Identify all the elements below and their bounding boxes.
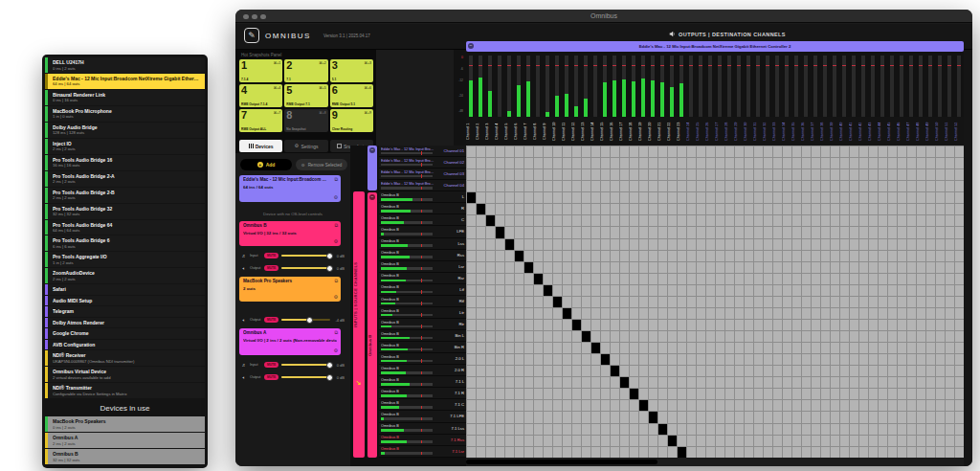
matrix-cell[interactable] [582,377,591,389]
matrix-cell[interactable] [658,389,668,400]
matrix-cell[interactable] [869,447,879,458]
matrix-cell[interactable] [859,331,869,343]
matrix-cell[interactable] [716,227,725,238]
matrix-cell[interactable] [563,251,572,262]
matrix-cell[interactable] [812,274,821,285]
matrix-cell[interactable] [496,181,505,192]
matrix-cell[interactable] [792,412,802,423]
matrix-cell[interactable] [802,181,812,192]
matrix-cell[interactable] [792,366,802,377]
matrix-cell[interactable] [658,354,668,366]
matrix-cell[interactable] [668,320,678,331]
matrix-cell[interactable] [926,308,936,320]
matrix-cell[interactable] [524,331,534,343]
matrix-cell[interactable] [840,158,850,169]
matrix-cell[interactable] [486,366,496,377]
snapshot-button-4[interactable]: 4⌘+4RME Output 7.1.4 [239,84,282,107]
matrix-cell[interactable] [668,366,678,377]
matrix-cell[interactable] [936,331,946,343]
matrix-cell[interactable] [620,366,630,377]
matrix-cell[interactable] [697,274,706,285]
matrix-cell[interactable] [553,146,563,158]
matrix-cell[interactable] [936,169,946,181]
matrix-cell[interactable] [678,204,687,215]
matrix-cell[interactable] [601,331,611,343]
matrix-cell[interactable] [869,331,879,343]
matrix-cell[interactable] [630,308,639,320]
matrix-cell[interactable] [821,297,831,308]
matrix-cell[interactable] [515,204,524,215]
matrix-cell[interactable] [697,285,706,297]
matrix-cell[interactable] [926,204,936,215]
matrix-cell[interactable] [879,343,888,354]
matrix-cell[interactable] [812,354,821,366]
matrix-cell[interactable] [553,412,563,423]
matrix-cell[interactable] [496,274,505,285]
matrix-cell[interactable] [706,320,716,331]
matrix-cell[interactable] [611,158,620,169]
matrix-cell[interactable] [591,285,601,297]
matrix-cell[interactable] [773,308,783,320]
matrix-cell[interactable] [630,354,639,366]
matrix-cell[interactable] [467,239,477,251]
matrix-cell[interactable] [850,447,859,458]
matrix-cell[interactable] [649,227,658,238]
matrix-cell[interactable] [888,262,898,274]
device-card-omnibus-b[interactable]: Omnibus B Virtual I/O | 32 ins / 32 outs… [239,221,341,246]
matrix-cell[interactable] [620,204,630,215]
matrix-cell[interactable] [467,297,477,308]
matrix-cell[interactable] [917,204,926,215]
snapshot-button-7[interactable]: 7⌘+7RME Output ALL [239,109,282,132]
matrix-cell[interactable] [850,169,859,181]
matrix-cell[interactable] [859,285,869,297]
matrix-cell[interactable] [486,389,496,400]
matrix-cell[interactable] [601,297,611,308]
matrix-cell[interactable] [668,389,678,400]
matrix-cell[interactable] [601,308,611,320]
matrix-cell[interactable] [611,274,620,285]
matrix-cell[interactable] [467,274,477,285]
matrix-cell[interactable] [477,274,486,285]
matrix-cell[interactable] [879,227,888,238]
matrix-cell[interactable] [898,192,907,204]
matrix-cell[interactable] [534,192,544,204]
matrix-cell[interactable] [831,285,840,297]
matrix-cell[interactable] [955,262,964,274]
matrix-cell[interactable] [764,447,773,458]
matrix-cell[interactable] [553,192,563,204]
matrix-cell[interactable] [486,320,496,331]
matrix-cell[interactable] [486,251,496,262]
matrix-cell[interactable] [467,377,477,389]
matrix-cell[interactable] [591,181,601,192]
matrix-cell[interactable] [697,227,706,238]
matrix-cell[interactable] [917,377,926,389]
matrix-cell[interactable] [572,308,582,320]
matrix-cell[interactable] [716,204,725,215]
matrix-cell[interactable] [955,297,964,308]
matrix-cell[interactable] [591,169,601,181]
matrix-cell[interactable] [668,262,678,274]
matrix-cell[interactable] [812,227,821,238]
matrix-cell[interactable] [620,343,630,354]
tab-devices[interactable]: Devices [239,140,282,152]
matrix-cell[interactable] [563,320,572,331]
matrix-cell[interactable] [725,215,735,227]
matrix-cell[interactable] [745,412,754,423]
matrix-cell[interactable] [888,343,898,354]
matrix-cell[interactable] [850,297,859,308]
matrix-cell[interactable] [946,354,955,366]
matrix-cell[interactable] [725,354,735,366]
matrix-cell[interactable] [639,308,649,320]
matrix-cell[interactable] [505,412,515,423]
matrix-cell[interactable] [563,158,572,169]
device-list-item[interactable]: Google Chrome [45,328,205,339]
matrix-cell[interactable] [582,192,591,204]
collapse-group-icon[interactable]: − [369,194,375,200]
matrix-cell[interactable] [563,239,572,251]
matrix-cell[interactable] [515,308,524,320]
matrix-cell[interactable] [467,251,477,262]
matrix-cell[interactable] [553,274,563,285]
matrix-cell[interactable] [601,377,611,389]
source-row[interactable]: Omnibus B7.1 C [379,399,466,411]
matrix-cell[interactable] [591,447,601,458]
